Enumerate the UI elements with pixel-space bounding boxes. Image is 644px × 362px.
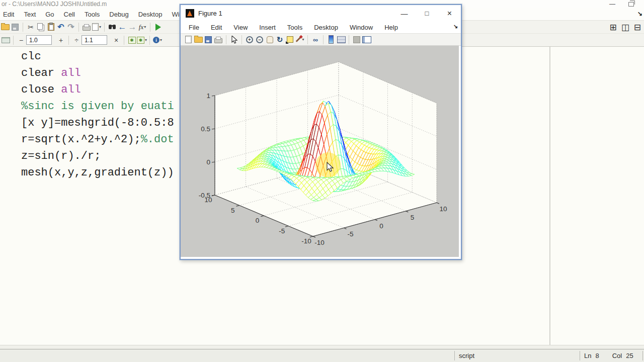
value-input-1[interactable] [26,35,52,45]
menu-item-debug[interactable]: Debug [106,10,135,19]
dock-arrow-icon[interactable]: ↘ [637,10,642,17]
info-button[interactable]: i▾ [152,35,163,45]
fig-menu-edit[interactable]: Edit [211,24,222,31]
pan-hand-icon [267,36,273,43]
divide-value-button[interactable]: ÷ [71,35,82,45]
fig-menu-help[interactable]: Help [384,24,398,31]
binoculars-icon [109,25,112,29]
menu-item-cell[interactable]: Cell [61,10,82,19]
redo-button[interactable]: ↷ [66,22,76,32]
fig-menu-window[interactable]: Window [350,24,373,31]
ln-value: 8 [595,352,599,359]
pointer-icon [231,36,237,44]
editor-minimize-button[interactable]: — [609,1,615,7]
copy-icon [37,23,43,30]
statusbar-cursor-position: Ln 8 Col 25 [580,351,642,360]
split-vertical-icon[interactable]: ◫ [621,22,629,33]
fig-menu-view[interactable]: View [233,24,248,31]
fig-menu-desktop[interactable]: Desktop [314,24,338,31]
fig-menu-file[interactable]: File [189,24,199,31]
figure-maximize-button[interactable]: □ [416,10,438,17]
toolbar-divider [68,36,69,45]
document-icon [92,23,99,31]
menu-pullout-arrow-icon[interactable]: ↘ [453,23,458,30]
toolbar-divider [150,23,150,32]
rotate-3d-button[interactable]: ↻ [275,35,285,45]
menu-item-tools[interactable]: Tools [82,10,106,19]
toolbar-divider [13,36,14,45]
fig-print-button[interactable] [213,35,223,45]
evaluate-cell-advance-button[interactable]: ✱▾ [137,35,147,45]
fig-open-button[interactable] [193,35,203,45]
publish-button[interactable]: ▾ [92,22,102,32]
figure-minimize-button[interactable]: — [393,10,416,18]
cut-button[interactable]: ✂ [26,22,36,32]
fig-save-button[interactable] [203,35,213,45]
toolbar-divider [104,23,105,32]
horizontal-scrollbar[interactable] [0,345,644,349]
show-plot-tools-icon [362,36,371,43]
editor-restore-button[interactable] [628,2,634,7]
insert-colorbar-button[interactable] [326,35,336,45]
keyboard-icon [2,37,10,43]
figure-titlebar[interactable]: Figure 1 — □ × [181,5,461,22]
print-button[interactable] [82,22,92,32]
figure-window: Figure 1 — □ × File Edit View Insert Too… [180,4,462,260]
save-button[interactable] [10,22,20,32]
svg-text:0: 0 [206,158,210,166]
split-horizontal-icon[interactable]: ⊟ [634,22,641,33]
dropdown-caret-icon: ▾ [145,38,147,42]
mesh-3d-plot[interactable]: -0.500.511050-5-10-10-50510 [181,46,459,257]
zoom-in-button[interactable]: + [245,35,255,45]
fig-new-button[interactable] [183,35,193,45]
increment-value-button[interactable]: + [56,35,66,45]
paste-icon [48,23,54,31]
svg-text:5: 5 [231,207,235,214]
copy-button[interactable] [36,22,46,32]
editor-mode-button[interactable] [1,35,11,45]
toolbar-divider [78,23,79,32]
data-cursor-button[interactable] [285,35,295,45]
value-input-2[interactable] [82,35,107,45]
svg-text:-10: -10 [314,239,325,246]
run-button[interactable] [153,22,163,32]
rotate-3d-icon: ↻ [277,35,283,44]
go-forward-button[interactable]: → [127,22,137,32]
save-icon [12,24,19,31]
editor-pane-divider[interactable] [549,47,550,345]
open-file-button[interactable] [0,22,10,32]
cell-icon: ✱ [137,37,144,44]
menu-item-go[interactable]: Go [42,10,60,19]
zoom-out-button[interactable]: − [255,35,265,45]
menu-item-desktop[interactable]: Desktop [135,10,169,19]
decrement-value-button[interactable]: − [16,35,26,45]
fig-menu-tools[interactable]: Tools [287,24,302,31]
link-plot-button[interactable]: ∞ [310,35,320,45]
insert-function-button[interactable]: fx▾ [137,22,147,32]
fig-menu-insert[interactable]: Insert [259,24,276,31]
brush-button[interactable]: ▾ [295,35,305,45]
statusbar-divider [642,351,643,360]
dropdown-caret-icon: ▾ [302,37,304,42]
insert-legend-button[interactable] [336,35,346,45]
figure-close-button[interactable]: × [438,9,461,18]
evaluate-cell-button[interactable]: ✱ [127,35,137,45]
dropdown-caret-icon: ▾ [144,25,146,29]
svg-text:-5: -5 [279,227,285,235]
paste-button[interactable] [46,22,56,32]
multiply-value-button[interactable]: × [111,35,121,45]
undo-button[interactable]: ↶ [56,22,66,32]
open-folder-icon [194,37,203,43]
show-plot-tools-button[interactable] [362,35,372,45]
edit-plot-button[interactable] [229,35,239,45]
menu-item-text[interactable]: Text [21,10,42,19]
svg-text:1: 1 [206,92,210,100]
menu-item-edit[interactable]: Edit [0,10,21,19]
go-back-button[interactable]: ← [117,22,127,32]
hide-plot-tools-button[interactable] [352,35,362,45]
split-grid-icon[interactable]: ⊞ [609,22,616,33]
plot-area[interactable]: -0.500.511050-5-10-10-50510 [181,46,459,257]
fx-icon: fx [139,23,143,31]
find-button[interactable] [107,22,117,32]
pan-button[interactable] [265,35,275,45]
